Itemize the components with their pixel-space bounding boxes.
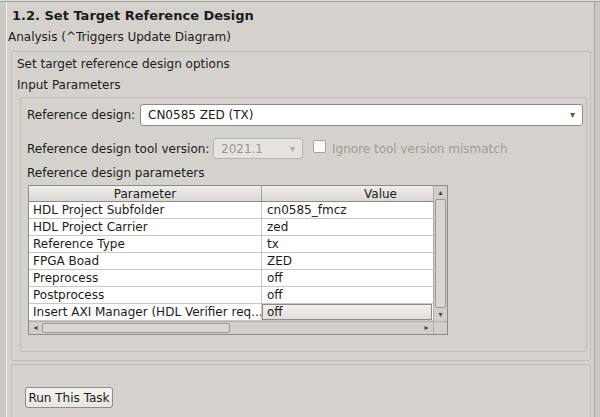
table-row: Reference Type tx (29, 236, 433, 253)
vertical-scrollbar[interactable]: ▴ ▾ (433, 186, 447, 321)
table-row: Postprocess off (29, 287, 433, 304)
task-title: 1.2. Set Target Reference Design (12, 8, 254, 23)
reference-design-value: CN0585 ZED (TX) (148, 108, 253, 122)
scroll-left-icon[interactable]: ◂ (29, 322, 42, 334)
param-cell[interactable]: HDL Project Subfolder (29, 202, 262, 219)
table-row: HDL Project Subfolder cn0585_fmcz (29, 202, 433, 219)
table-header-row: Parameter Value (29, 186, 433, 202)
value-cell[interactable]: off (262, 287, 433, 304)
panel-top-edge (0, 0, 600, 2)
reference-design-label: Reference design: (27, 108, 135, 122)
value-cell-editor-text: off (267, 305, 283, 319)
parameters-table-caption: Reference design parameters (27, 166, 204, 180)
ignore-mismatch-label: Ignore tool version mismatch (332, 142, 508, 156)
column-header-value[interactable]: Value (262, 186, 433, 201)
scrollbar-corner (433, 321, 447, 334)
table-viewport: Parameter Value HDL Project Subfolder cn… (29, 186, 433, 321)
table-row: Insert AXI Manager (HDL Verifier req... … (29, 304, 433, 321)
scroll-down-icon[interactable]: ▾ (434, 308, 447, 321)
panel-right-edge (594, 0, 600, 417)
param-cell[interactable]: Reference Type (29, 236, 262, 253)
table-row: FPGA Boad ZED (29, 253, 433, 270)
input-parameters-caption: Input Parameters (17, 78, 121, 92)
table-row: HDL Project Carrier zed (29, 219, 433, 236)
ignore-mismatch-checkbox[interactable] (313, 140, 326, 153)
tool-version-value: 2021.1 (221, 142, 263, 156)
run-this-task-button[interactable]: Run This Task (25, 387, 113, 408)
value-cell[interactable]: ZED (262, 253, 433, 270)
value-cell[interactable]: zed (262, 219, 433, 236)
chevron-down-icon: ▾ (570, 110, 575, 120)
param-cell[interactable]: Preprocess (29, 270, 262, 287)
value-cell[interactable]: off (262, 270, 433, 287)
chevron-down-icon: ▾ (290, 144, 295, 154)
param-cell[interactable]: Insert AXI Manager (HDL Verifier req... (29, 304, 262, 321)
horizontal-scrollbar-thumb[interactable] (42, 323, 230, 333)
vertical-scrollbar-thumb[interactable] (435, 199, 446, 308)
table-row: Preprocess off (29, 270, 433, 287)
value-cell-editor-dropdown[interactable]: off (262, 304, 432, 320)
tool-version-select[interactable]: 2021.1 ▾ (213, 138, 303, 159)
horizontal-scrollbar[interactable]: ◂ ▸ (29, 321, 433, 334)
value-cell[interactable]: tx (262, 236, 433, 253)
scroll-right-icon[interactable]: ▸ (420, 322, 433, 334)
column-header-parameter[interactable]: Parameter (29, 186, 262, 201)
splitter-handle[interactable] (0, 0, 7, 417)
param-cell[interactable]: HDL Project Carrier (29, 219, 262, 236)
value-cell[interactable]: cn0585_fmcz (262, 202, 433, 219)
param-cell[interactable]: FPGA Boad (29, 253, 262, 270)
tool-version-label: Reference design tool version: (27, 142, 209, 156)
value-cell: off (262, 304, 433, 321)
reference-design-parameters-table: Parameter Value HDL Project Subfolder cn… (28, 185, 448, 335)
param-cell[interactable]: Postprocess (29, 287, 262, 304)
reference-design-select[interactable]: CN0585 ZED (TX) ▾ (140, 104, 583, 126)
scroll-up-icon[interactable]: ▴ (434, 186, 447, 199)
task-subtitle: Analysis (^Triggers Update Diagram) (8, 30, 231, 44)
options-caption: Set target reference design options (17, 57, 230, 71)
